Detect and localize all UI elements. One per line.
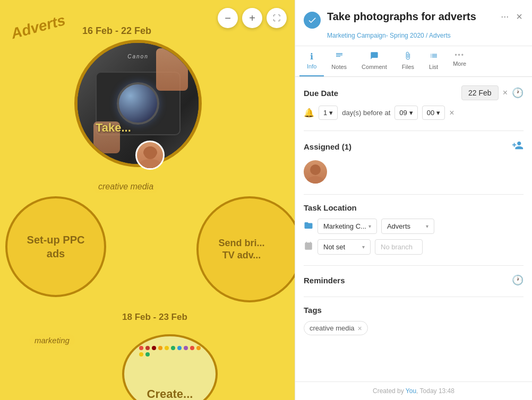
tab-bar: ℹ Info Notes Comment Files List [295, 46, 532, 77]
fit-view-button[interactable]: ⛶ [267, 8, 287, 28]
due-date-value[interactable]: 22 Feb [461, 85, 499, 100]
create-circle[interactable]: Create... [122, 334, 218, 400]
task-header-top: Take photographs for adverts ··· × [304, 10, 524, 29]
reminder-row: 🔔 1 ▾ day(s) before at 09 ▾ 00 ▾ × [304, 106, 524, 120]
svg-point-2 [310, 164, 321, 175]
clear-reminder-button[interactable]: × [449, 108, 454, 118]
tab-info[interactable]: ℹ Info [299, 46, 324, 76]
task-footer: Created by You, Today 13:48 [295, 381, 532, 400]
reminder-hour-select[interactable]: 09 ▾ [394, 106, 417, 120]
tags-list: creative media × [304, 321, 524, 335]
task-detail-panel: Take photographs for adverts ··· × Marke… [295, 0, 532, 400]
date-range-bottom: 18 Feb - 23 Feb [122, 312, 187, 323]
task-content: Due Date 22 Feb × 🕐 🔔 1 ▾ day(s) before … [295, 77, 532, 381]
task-location-header: Task Location [304, 203, 524, 212]
zoom-out-button[interactable]: − [218, 8, 238, 28]
reminder-days-select[interactable]: 1 ▾ [319, 106, 338, 120]
divider-4 [304, 297, 524, 297]
mindmap-panel: Adverts 16 Feb - 22 Feb Canon Take... [0, 0, 295, 400]
created-timestamp: , Today 13:48 [416, 387, 454, 395]
divider-2 [304, 194, 524, 195]
tab-files-label: Files [402, 64, 414, 70]
reminder-minute-select[interactable]: 00 ▾ [422, 106, 445, 120]
header-actions: ··· × [499, 10, 524, 24]
more-icon: ••• [454, 51, 465, 59]
adverts-label: Adverts [10, 12, 67, 42]
assigned-section: Assigned (1) [304, 140, 524, 184]
tag-text: creative media [310, 324, 355, 332]
created-by-user[interactable]: You [406, 387, 416, 395]
task-options-button[interactable]: ··· [499, 10, 511, 23]
location-row-1: Marketing C... ▾ Adverts ▾ [304, 219, 524, 234]
send-circle[interactable]: Send bri...TV adv... [196, 196, 295, 302]
zoom-controls: − + ⛶ [218, 8, 287, 28]
no-branch-text: No branch [381, 243, 413, 251]
due-date-clock-button[interactable]: 🕐 [512, 87, 524, 99]
reminder-days-value: 1 [323, 109, 327, 117]
marketing-label: marketing [29, 334, 75, 346]
folder-icon [304, 221, 313, 232]
task-title: Take photographs for adverts [327, 10, 492, 23]
due-date-label: Due Date [304, 89, 338, 98]
project-select[interactable]: Marketing C... ▾ [318, 219, 377, 234]
tags-label: Tags [304, 306, 322, 315]
avatar-in-circle [135, 141, 165, 170]
tags-header: Tags [304, 306, 524, 315]
add-assignee-button[interactable] [512, 140, 524, 154]
reminders-label: Reminders [304, 276, 345, 285]
remove-tag-button[interactable]: × [358, 325, 362, 332]
tag-item: creative media × [304, 321, 368, 335]
chevron-minute-icon: ▾ [436, 109, 440, 117]
tab-more[interactable]: ••• More [445, 46, 474, 76]
tab-list[interactable]: List [422, 46, 445, 76]
send-label: Send bri...TV adv... [218, 237, 280, 262]
created-by-text: Created by [373, 387, 406, 395]
folder-value: Adverts [387, 222, 424, 230]
assignee-avatar[interactable] [304, 160, 327, 184]
tab-files[interactable]: Files [394, 46, 422, 76]
close-button[interactable]: × [515, 10, 524, 24]
due-date-section: Due Date 22 Feb × 🕐 🔔 1 ▾ day(s) before … [304, 85, 524, 120]
tab-info-label: Info [307, 63, 316, 69]
files-icon [404, 51, 412, 62]
location-row-2: Not set ▾ No branch [304, 239, 524, 255]
task-header: Take photographs for adverts ··· × Marke… [295, 0, 532, 46]
task-location-label: Task Location [304, 203, 357, 212]
add-user-icon [512, 140, 524, 151]
svg-point-1 [141, 160, 160, 169]
reminder-before-text: day(s) before at [342, 109, 390, 117]
tab-notes-label: Notes [331, 64, 347, 70]
folder-chevron-icon: ▾ [426, 223, 428, 229]
create-label: Create... [147, 387, 193, 400]
ppc-circle[interactable]: Set-up PPCads [5, 196, 106, 297]
take-label: Take... [96, 121, 131, 350]
list-icon [430, 51, 438, 62]
tab-comment[interactable]: Comment [354, 46, 394, 76]
alarm-icon: 🔔 [304, 108, 314, 118]
svg-point-3 [307, 176, 324, 184]
sprint-select[interactable]: Not set ▾ [318, 239, 371, 255]
svg-point-0 [144, 146, 157, 159]
divider-1 [304, 131, 524, 131]
sprint-value: Not set [323, 243, 360, 251]
assigned-header: Assigned (1) [304, 140, 524, 154]
task-location-section: Task Location Marketing C... ▾ Adverts ▾ [304, 203, 524, 255]
dots-menu-icon: ··· [501, 11, 509, 22]
user-avatar-face [137, 142, 163, 169]
ppc-label: Set-up PPCads [27, 233, 85, 260]
tab-more-label: More [453, 60, 466, 67]
assignee-face [304, 160, 327, 184]
tab-comment-label: Comment [362, 64, 387, 70]
zoom-in-button[interactable]: + [242, 8, 262, 28]
clear-due-date-button[interactable]: × [503, 88, 508, 98]
branch-display: No branch [375, 239, 423, 255]
add-reminder-button[interactable]: 🕐 [512, 274, 524, 286]
breadcrumb[interactable]: Marketing Campaign- Spring 2020 / Advert… [327, 32, 524, 39]
folder-select[interactable]: Adverts ▾ [381, 219, 434, 234]
branch-icon [304, 241, 313, 253]
task-complete-icon[interactable] [304, 12, 321, 29]
tab-list-label: List [429, 64, 438, 70]
project-value: Marketing C... [323, 222, 366, 230]
tab-notes[interactable]: Notes [324, 46, 354, 76]
notes-icon [335, 51, 344, 62]
